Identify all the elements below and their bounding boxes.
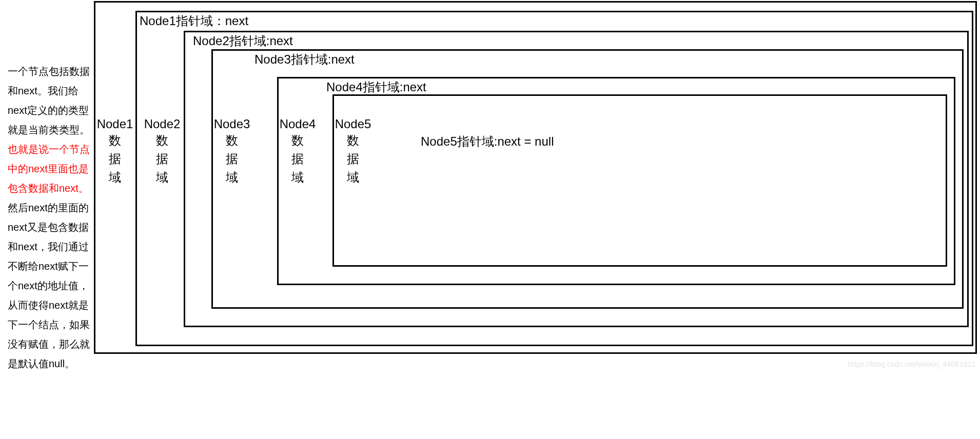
node3-next-title: Node3指针域:next [254, 51, 355, 68]
node2-field-c3: 域 [144, 168, 181, 187]
node4-next-title: Node4指针域:next [326, 79, 426, 95]
node4-name: Node4 [279, 117, 316, 131]
node1-field-c3: 域 [96, 168, 133, 187]
node1-data-label: Node1 数 据 域 [96, 117, 133, 187]
node1-field-c2: 据 [96, 150, 133, 168]
node2-field-c1: 数 [144, 131, 181, 150]
node5-data-label: Node5 数 据 域 [335, 117, 371, 187]
node4-field-c1: 数 [279, 131, 316, 150]
node5-field-c2: 据 [335, 150, 371, 168]
node4-data-label: Node4 数 据 域 [279, 117, 316, 187]
node3-field-c2: 据 [213, 150, 250, 168]
node4-field-c2: 据 [279, 150, 316, 168]
watermark-text: https://blog.csdn.net/weixin_44061521 [848, 360, 976, 368]
explanation-highlight: 也就是说一个节点中的next里面也是包含数据和next。 [8, 144, 90, 194]
node3-field-c1: 数 [213, 131, 250, 150]
node1-field-c1: 数 [96, 131, 133, 150]
node2-data-label: Node2 数 据 域 [144, 117, 181, 187]
node5-field-c1: 数 [335, 131, 371, 150]
node2-name: Node2 [144, 117, 181, 131]
node2-next-title: Node2指针域:next [193, 33, 293, 49]
node3-data-label: Node3 数 据 域 [213, 117, 250, 187]
node5-field-c3: 域 [335, 168, 371, 187]
node5-next-box [332, 94, 947, 267]
node3-field-c3: 域 [213, 168, 250, 187]
node2-field-c2: 据 [144, 150, 181, 168]
node5-name: Node5 [335, 117, 371, 131]
node1-next-title: Node1指针域：next [140, 13, 248, 29]
explanation-text: 一个节点包括数据和next。我们给next定义的的类型就是当前类类型。也就是说一… [8, 62, 90, 373]
explanation-part1: 一个节点包括数据和next。我们给next定义的的类型就是当前类类型。 [8, 66, 90, 135]
node4-field-c3: 域 [279, 168, 316, 187]
node5-next-title: Node5指针域:next = null [421, 133, 554, 150]
node3-name: Node3 [213, 117, 250, 131]
explanation-part2: 然后next的里面的next又是包含数据和next，我们通过不断给next赋下一… [8, 202, 90, 369]
node1-name: Node1 [96, 117, 133, 131]
